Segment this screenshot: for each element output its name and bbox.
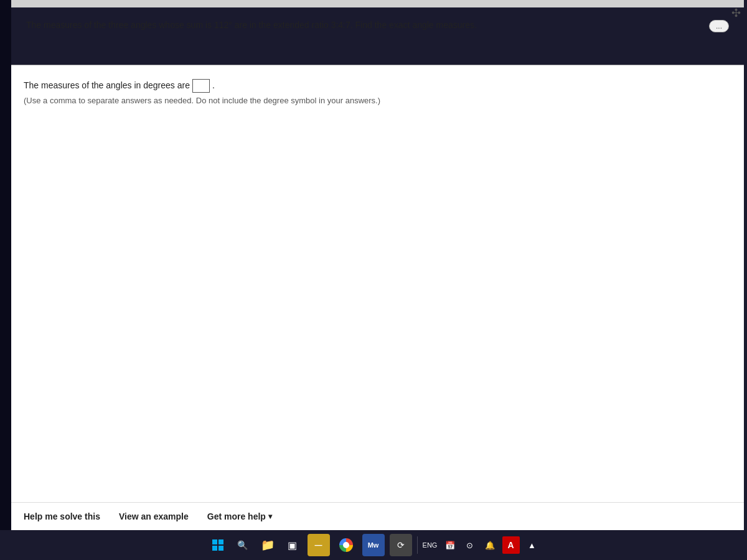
app-button-2[interactable]: ⟳ — [390, 534, 412, 556]
move-icon[interactable]: ✣ — [731, 6, 741, 20]
desktop-button[interactable]: ▣ — [283, 535, 303, 555]
calendar-icon: 📅 — [445, 541, 455, 550]
content-spacer — [11, 296, 744, 502]
start-button[interactable] — [208, 535, 228, 555]
question-text: The measures of the three angles whose s… — [26, 19, 477, 32]
help-me-solve-button[interactable]: Help me solve this — [24, 511, 100, 521]
accessibility-icon: ⊙ — [466, 541, 473, 550]
notification-icon: 🔔 — [485, 541, 495, 550]
answer-period: . — [212, 78, 215, 93]
network-icon: ▲ — [528, 541, 536, 550]
pinned-app-1[interactable]: — — [308, 534, 330, 556]
a-tray-icon[interactable]: A — [502, 536, 520, 554]
answer-input[interactable] — [192, 79, 210, 93]
left-border — [0, 0, 11, 530]
taskbar: 🔍 📁 ▣ — Mw ⟳ ENG 📅 ⊙ 🔔 A ▲ — [0, 530, 747, 560]
answer-prefix: The measures of the angles in degrees ar… — [24, 78, 190, 93]
pinned-app-1-label: — — [315, 541, 322, 549]
view-example-button[interactable]: View an example — [119, 511, 189, 521]
answer-row: The measures of the angles in degrees ar… — [24, 78, 731, 93]
language-label: ENG — [423, 541, 438, 549]
chrome-icon — [339, 538, 353, 552]
taskbar-divider — [417, 536, 418, 554]
accessibility-tray-icon[interactable]: ⊙ — [463, 538, 477, 553]
network-tray-icon[interactable]: ▲ — [525, 538, 540, 553]
windows-icon — [212, 539, 223, 551]
get-more-help-button[interactable]: Get more help ▾ — [207, 511, 272, 521]
get-more-help-arrow: ▾ — [268, 512, 272, 521]
language-tray-icon[interactable]: ENG — [423, 538, 438, 553]
instruction-text: (Use a comma to separate answers as need… — [24, 96, 731, 105]
search-taskbar-button[interactable]: 🔍 — [233, 535, 253, 555]
a-icon-label: A — [507, 540, 514, 550]
file-explorer-button[interactable]: 📁 — [258, 535, 278, 555]
get-more-help-label: Get more help — [207, 511, 266, 521]
top-chrome — [11, 0, 744, 7]
calendar-tray-icon[interactable]: 📅 — [443, 538, 458, 553]
right-border — [744, 0, 747, 530]
mw-app-label: Mw — [368, 541, 379, 549]
app-icon-2: ⟳ — [397, 540, 405, 550]
answer-section: The measures of the angles in degrees ar… — [11, 65, 744, 296]
bottom-bar: Help me solve this View an example Get m… — [11, 502, 744, 530]
more-options-button[interactable]: ... — [709, 20, 729, 32]
mw-app-button[interactable]: Mw — [362, 534, 385, 556]
chrome-button[interactable] — [335, 534, 357, 556]
question-header: The measures of the three angles whose s… — [11, 7, 744, 40]
notification-tray-icon[interactable]: 🔔 — [482, 538, 497, 553]
